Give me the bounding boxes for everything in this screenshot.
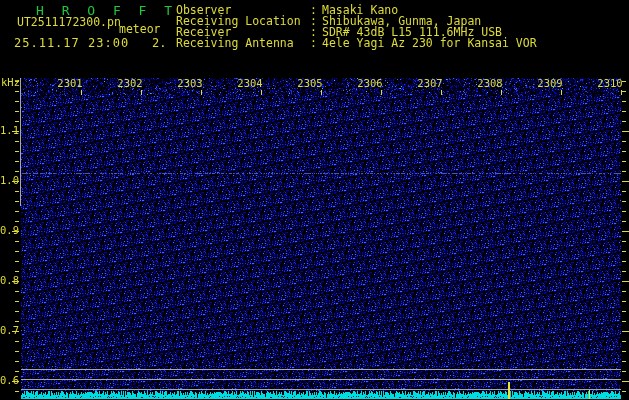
x-axis-tick-mark	[201, 90, 202, 95]
y-axis-tick-mark-right	[622, 151, 626, 152]
y-axis-tick-mark-right	[622, 211, 626, 212]
x-axis-tick-mark	[441, 90, 442, 95]
x-axis-tick-label: 2302	[117, 78, 143, 89]
x-axis-tick-mark	[501, 90, 502, 95]
y-axis-tick-mark-left	[15, 151, 19, 152]
y-axis-tick-mark-right	[622, 81, 626, 82]
y-axis-tick-mark-left	[15, 141, 19, 142]
y-axis-tick-mark-left	[15, 391, 19, 392]
y-axis-tick-mark-left	[15, 201, 19, 202]
y-axis-tick-mark-right	[622, 381, 629, 382]
x-axis-tick-mark	[141, 90, 142, 95]
y-axis-tick-mark-right	[622, 131, 629, 132]
y-axis-tick-mark-left	[15, 291, 19, 292]
station-info-row: Receiving Antenna:4ele Yagi Az 230 for K…	[176, 38, 537, 49]
y-axis-tick-mark-right	[622, 231, 629, 232]
y-axis-tick-mark-left	[15, 211, 19, 212]
y-axis-tick-mark-left	[15, 371, 19, 372]
y-axis-tick-mark-left	[12, 331, 19, 332]
y-axis-tick-mark-right	[622, 141, 626, 142]
y-axis-unit-label: kHz	[1, 77, 20, 88]
x-axis-tick-mark	[321, 90, 322, 95]
spectrogram-canvas	[0, 0, 629, 400]
y-axis-tick-mark-right	[622, 271, 626, 272]
y-axis-tick-mark-left	[15, 311, 19, 312]
station-info-block: Observer:Masaki KanoReceiving Location:S…	[176, 5, 537, 49]
y-axis-tick-mark-right	[622, 321, 626, 322]
x-axis-tick-label: 2301	[57, 78, 83, 89]
x-axis-tick-mark	[261, 90, 262, 95]
x-axis-tick-label: 2305	[297, 78, 323, 89]
y-axis-tick-mark-left	[15, 271, 19, 272]
y-axis-tick-mark-right	[622, 161, 626, 162]
y-axis-tick-mark-left	[15, 91, 19, 92]
y-axis-tick-mark-right	[622, 281, 629, 282]
y-axis-tick-mark-right	[622, 101, 626, 102]
info-separator: :	[310, 38, 322, 49]
y-axis-tick-mark-left	[15, 251, 19, 252]
y-axis-tick-mark-right	[622, 311, 626, 312]
x-axis-tick-label: 2309	[537, 78, 563, 89]
y-axis-tick-mark-right	[622, 291, 626, 292]
y-axis-tick-mark-right	[622, 331, 629, 332]
y-axis-tick-mark-right	[622, 341, 626, 342]
y-axis-tick-mark-right	[622, 241, 626, 242]
file-tag-label: meteor	[119, 24, 161, 35]
x-axis-tick-label: 2304	[237, 78, 263, 89]
y-axis-tick-mark-right	[622, 181, 629, 182]
y-axis-tick-mark-right	[622, 261, 626, 262]
y-axis-tick-mark-right	[622, 351, 626, 352]
y-axis-tick-mark-right	[622, 221, 626, 222]
info-value: 4ele Yagi Az 230 for Kansai VOR	[322, 38, 537, 49]
y-axis-tick-mark-right	[622, 91, 626, 92]
filename-label: UT2511172300.pn	[17, 17, 121, 28]
y-axis-tick-mark-left	[15, 261, 19, 262]
y-axis-tick-mark-left	[12, 381, 19, 382]
y-axis-tick-mark-left	[12, 281, 19, 282]
y-axis-tick-mark-right	[622, 361, 626, 362]
y-axis-tick-mark-left	[15, 161, 19, 162]
y-axis-tick-mark-left	[15, 341, 19, 342]
y-axis-tick-mark-left	[15, 81, 19, 82]
x-axis-tick-label: 2310	[597, 78, 623, 89]
x-axis-tick-mark	[81, 90, 82, 95]
y-axis-tick-mark-right	[622, 191, 626, 192]
hrofft-window: H R O F F T UT2511172300.pn meteor 25.11…	[0, 0, 629, 400]
y-axis-tick-mark-right	[622, 171, 626, 172]
y-axis-tick-mark-right	[622, 301, 626, 302]
y-axis-tick-mark-right	[622, 121, 626, 122]
y-axis-tick-mark-left	[15, 191, 19, 192]
y-axis-tick-mark-left	[15, 241, 19, 242]
info-label: Receiving Antenna	[176, 38, 310, 49]
y-axis-tick-mark-right	[622, 371, 626, 372]
x-axis-tick-mark	[381, 90, 382, 95]
datetime-label: 25.11.17 23:00	[14, 38, 129, 49]
y-axis-tick-mark-left	[15, 321, 19, 322]
y-axis-tick-mark-left	[12, 181, 19, 182]
x-axis-tick-label: 2308	[477, 78, 503, 89]
x-axis-tick-label: 2306	[357, 78, 383, 89]
y-axis-tick-mark-right	[622, 201, 626, 202]
y-axis-tick-mark-left	[15, 221, 19, 222]
y-axis-tick-mark-left	[15, 301, 19, 302]
y-axis-tick-mark-right	[622, 251, 626, 252]
counter-label: 2.	[152, 38, 166, 49]
y-axis-tick-mark-left	[15, 111, 19, 112]
y-axis-tick-mark-left	[15, 101, 19, 102]
y-axis-line	[20, 78, 21, 206]
y-axis-tick-mark-left	[12, 131, 19, 132]
x-axis-tick-label: 2307	[417, 78, 443, 89]
x-axis-tick-label: 2303	[177, 78, 203, 89]
y-axis-tick-mark-right	[622, 111, 626, 112]
y-axis-tick-mark-left	[15, 171, 19, 172]
y-axis-tick-mark-left	[15, 361, 19, 362]
y-axis-tick-mark-right	[622, 391, 626, 392]
y-axis-tick-mark-left	[15, 121, 19, 122]
y-axis-tick-mark-left	[15, 351, 19, 352]
y-axis-tick-mark-left	[12, 231, 19, 232]
x-axis-tick-mark	[561, 90, 562, 95]
